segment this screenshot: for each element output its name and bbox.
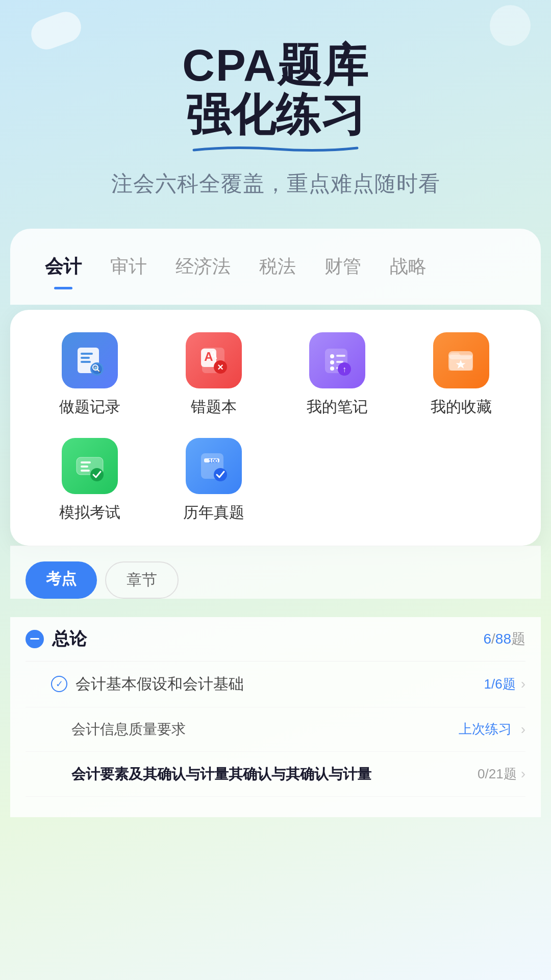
toggle-pills: 考点 章节: [26, 561, 525, 599]
collect-icon: [444, 344, 478, 377]
svg-point-39: [214, 468, 227, 481]
chapter-count: 6/88题: [483, 629, 525, 649]
deco-shape-right: [490, 5, 531, 46]
sub-chapter-left: ✓ 会计基本假设和会计基础: [51, 674, 244, 695]
svg-text:A: A: [205, 350, 213, 363]
header-subtitle: 注会六科全覆盖，重点难点随时看: [20, 169, 531, 198]
svg-rect-2: [81, 357, 90, 359]
tab-jingjifa[interactable]: 经济法: [161, 249, 245, 289]
empty-cell-1: [278, 438, 397, 523]
notes-icon: ↑: [321, 344, 354, 377]
svg-text:×: ×: [217, 361, 223, 373]
svg-rect-20: [336, 355, 345, 357]
pill-kaodian[interactable]: 考点: [26, 561, 97, 599]
tab-zhanlue[interactable]: 战略: [375, 249, 441, 289]
sub-chapter-jiben[interactable]: ✓ 会计基本假设和会计基础 1/6题 ›: [26, 662, 525, 707]
tab-kuaiji[interactable]: 会计: [31, 249, 96, 289]
sub-item-quality[interactable]: 会计信息质量要求 上次练习 ›: [26, 707, 525, 752]
svg-rect-21: [336, 361, 343, 363]
chevron-right-icon-3: ›: [521, 766, 525, 782]
collect-label: 我的收藏: [431, 397, 492, 418]
notes-icon-bg: ↑: [309, 332, 365, 388]
wrong-icon-bg: A × A ×: [186, 332, 242, 388]
tab-shenji[interactable]: 审计: [96, 249, 161, 289]
pill-zhangjie[interactable]: 章节: [105, 561, 179, 599]
tab-caiguan[interactable]: 财管: [310, 249, 375, 289]
feature-item-notes[interactable]: ↑ 我的笔记: [278, 332, 397, 418]
past-icon-bg: 100: [186, 438, 242, 494]
feature-card: 🔍 做题记录 A × A × 错题本: [10, 310, 541, 546]
svg-text:↑: ↑: [342, 365, 346, 374]
wrong-label: 错题本: [191, 397, 237, 418]
past-icon: 100: [197, 449, 230, 482]
svg-rect-32: [81, 461, 91, 463]
svg-rect-33: [81, 465, 88, 468]
svg-text:100: 100: [209, 458, 218, 464]
chevron-right-icon: ›: [521, 676, 525, 692]
mock-icon-bg: [62, 438, 118, 494]
mock-label: 模拟考试: [59, 502, 120, 523]
notes-label: 我的笔记: [307, 397, 368, 418]
record-icon: 🔍: [73, 344, 107, 377]
title-underline: [189, 144, 362, 153]
sub-item-2-row: 会计要素及其确认与计量其确认与其确认与计量 0/21题 ›: [71, 764, 525, 784]
sub-item-2-count: 0/21题: [478, 765, 517, 783]
collapse-icon: [26, 630, 44, 648]
past-label: 历年真题: [183, 502, 244, 523]
chevron-right-icon-2: ›: [521, 721, 525, 738]
chapter-list: 总论 6/88题 ✓ 会计基本假设和会计基础 1/6题 › 会计信息质量要求 上…: [10, 617, 541, 817]
sub-item-right: 上次练习 ›: [459, 720, 525, 738]
record-label: 做题记录: [59, 397, 120, 418]
sub-count: 1/6题: [484, 675, 516, 693]
feature-grid-bottom: 模拟考试 100 历年真题: [31, 438, 520, 523]
header-section: CPA题库 强化练习 注会六科全覆盖，重点难点随时看: [0, 0, 551, 218]
feature-item-past[interactable]: 100 历年真题: [155, 438, 273, 523]
header-title-line1: CPA题库: [20, 41, 531, 90]
collect-icon-bg: [433, 332, 489, 388]
sub-item-2-title: 会计要素及其确认与计量其确认与其确认与计量: [71, 764, 472, 784]
wrong-icon: A × A ×: [197, 344, 230, 377]
svg-rect-34: [81, 470, 90, 472]
sub-item-2-right: 0/21题 ›: [472, 765, 525, 783]
chapter-title: 总论: [52, 627, 87, 651]
feature-item-mock[interactable]: 模拟考试: [31, 438, 149, 523]
record-icon-bg: 🔍: [62, 332, 118, 388]
feature-item-wrong[interactable]: A × A × 错题本: [155, 332, 273, 418]
sub-chapter-right: 1/6题 ›: [484, 675, 526, 693]
check-icon: ✓: [51, 676, 67, 692]
svg-point-17: [330, 354, 334, 358]
sub-item-title: 会计信息质量要求: [71, 720, 459, 739]
svg-point-19: [330, 366, 334, 371]
svg-rect-3: [81, 361, 91, 363]
feature-grid-top: 🔍 做题记录 A × A × 错题本: [31, 332, 520, 418]
sub-item-elements[interactable]: 会计要素及其确认与计量其确认与其确认与计量 0/21题 ›: [26, 752, 525, 797]
chapter-header-left: 总论: [26, 627, 87, 651]
empty-cell-2: [402, 438, 521, 523]
list-section-header: 考点 章节: [10, 546, 541, 599]
tabs-card: 会计 审计 经济法 税法 财管 战略: [10, 229, 541, 305]
feature-item-collect[interactable]: 我的收藏: [402, 332, 521, 418]
subject-tabs: 会计 审计 经济法 税法 财管 战略: [26, 249, 525, 289]
header-title-line2: 强化练习: [20, 90, 531, 153]
mock-icon: [73, 449, 107, 482]
tab-shuifa[interactable]: 税法: [245, 249, 310, 289]
last-practice-link[interactable]: 上次练习: [459, 720, 512, 738]
svg-point-18: [330, 360, 334, 364]
sub-chapter-title: 会计基本假设和会计基础: [76, 674, 244, 695]
svg-point-35: [90, 468, 104, 481]
feature-item-record[interactable]: 🔍 做题记录: [31, 332, 149, 418]
chapter-zonglun[interactable]: 总论 6/88题: [26, 617, 525, 662]
svg-rect-1: [81, 353, 93, 355]
